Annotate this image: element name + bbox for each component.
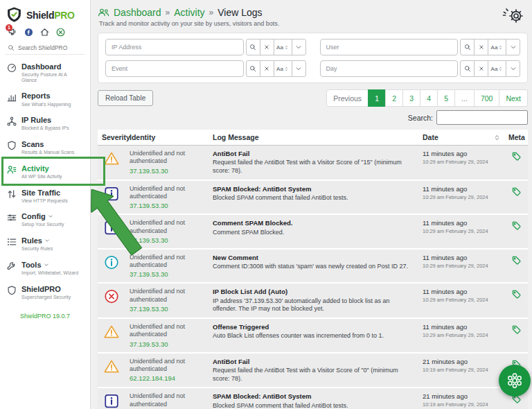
updown-icon [284,45,289,50]
sidebar-item-ip-rules[interactable]: IP Rules Blocked & Bypass IPs [0,111,90,135]
sidebar-item-shieldpro[interactable]: ShieldPRO Supercharged Security [0,280,90,304]
log-row: Unidentified and not authenticated 37.13… [98,146,528,181]
log-title: IP Block List Add (Auto) [213,288,414,295]
ip-address-link[interactable]: 37.139.53.30 [130,270,204,278]
ip-address-filter-input[interactable] [105,39,244,55]
breadcrumb-activity[interactable]: Activity [174,7,204,18]
updown-icon [498,45,503,50]
log-row: Unidentified and not authenticated 37.13… [98,284,528,319]
facebook-icon[interactable] [24,28,33,37]
tag-icon[interactable] [512,221,521,230]
search-icon [464,65,471,72]
pagination-previous[interactable]: Previous [326,89,369,107]
activity-log-table: SeverityIdentityLog MessageDateMeta Unid… [98,130,528,409]
identity-text: Unidentified and not authenticated [130,254,204,270]
tag-icon[interactable] [512,187,521,196]
filter-clear-button[interactable] [260,39,274,55]
date-absolute: 10:19 am February 29, 2024 [423,401,500,408]
filter-case-button[interactable]: Aa [488,39,506,55]
close-circle-icon[interactable] [56,28,65,37]
shieldpro-fab-button[interactable] [499,365,531,397]
log-title: Offense Triggered [213,323,414,331]
chevron-down-icon [44,262,49,268]
tag-icon[interactable] [512,290,521,299]
sidebar-item-scans[interactable]: Scans Results & Manual Scans [0,135,90,159]
ip-address-link[interactable]: 37.139.53.30 [130,167,204,175]
search-icon [464,44,471,51]
filter-case-button[interactable]: Aa [488,60,506,77]
event-filter-input[interactable] [105,60,244,77]
user-filter-input[interactable] [320,39,459,55]
column-header-log-message: Log Message [209,130,418,145]
filter-search-button[interactable] [246,39,260,55]
severity-warning-icon [104,151,119,166]
search-label: Search: [408,114,433,122]
column-header-date[interactable]: Date [418,130,504,145]
sidebar-search-input[interactable] [18,44,78,51]
filter-search-button[interactable] [246,60,260,77]
sidebar-item-sublabel: Import, Whitelabel, Wizard [21,270,78,276]
close-icon [478,65,485,72]
breadcrumb-view-logs: View Logs [218,7,262,18]
reload-table-button[interactable]: Reload Table [98,90,153,106]
pagination-page-2[interactable]: 2 [385,89,403,107]
pagination-page-4[interactable]: 4 [420,89,438,107]
tag-icon[interactable] [512,152,521,161]
severity-info-circle-icon [104,255,119,270]
tag-icon[interactable] [512,256,521,265]
settings-gear-icon[interactable] [502,6,524,25]
filter-case-button[interactable]: Aa [274,60,292,77]
filter-search-button[interactable] [460,60,475,77]
sidebar-item-activity[interactable]: Activity All WP Site Activity [0,159,90,184]
sidebar-item-label: Site Traffic [21,189,68,197]
log-row: Unidentified and not authenticated 62.12… [98,388,528,409]
filter-clear-button[interactable] [474,39,488,55]
sidebar-item-site-traffic[interactable]: Site Traffic View HTTP Requests [0,184,90,208]
filter-options-button[interactable] [506,39,520,55]
ip-address-link[interactable]: 37.139.53.30 [130,202,204,209]
shield-icon [7,141,17,150]
filter-options-button[interactable] [506,60,520,77]
chevron-down-icon [295,44,302,51]
megaphone-icon[interactable]: 1 [8,28,17,37]
tag-icon[interactable] [512,325,521,334]
sidebar-item-tools[interactable]: Tools Import, Whitelabel, Wizard [0,256,90,280]
ip-address-link[interactable]: 37.139.53.30 [130,236,204,244]
pagination-page-5[interactable]: 5 [437,89,455,107]
pagination-page-3[interactable]: 3 [402,89,420,107]
logo[interactable]: ShieldPRO [0,4,90,25]
pagination-page-700[interactable]: 700 [474,89,500,107]
filter-options-button[interactable] [292,60,306,77]
filter-clear-button[interactable] [474,60,488,77]
ip-address-link[interactable]: 37.139.53.30 [130,305,204,313]
pagination-next[interactable]: Next [499,89,528,107]
sidebar-item-config[interactable]: Config Setup Your Security [0,207,90,232]
sidebar-item-rules[interactable]: Rules Security Rules [0,232,90,256]
sidebar-search[interactable] [6,42,85,55]
date-relative: 11 minutes ago [423,288,500,295]
filter-clear-button[interactable] [260,60,274,77]
pagination-page-ellipsis[interactable]: ... [454,89,475,107]
log-message: Comment ID:3008 with status 'spam' was n… [213,263,414,271]
breadcrumb-dashboard[interactable]: Dashboard [114,7,161,18]
ip-address-link[interactable]: 37.139.53.30 [130,340,204,348]
sidebar-item-reports[interactable]: Reports See What's Happening [0,87,90,111]
rules-icon [7,237,17,247]
ip-address-link[interactable]: 62.122.184.194 [130,374,204,382]
filter-search-button[interactable] [460,39,475,55]
log-message: Blocked SPAM comment that failed AntiBot… [213,402,414,409]
close-icon [263,65,270,72]
sidebar-item-sublabel: View HTTP Requests [21,198,68,204]
filter-options-button[interactable] [292,39,306,55]
home-icon[interactable] [40,28,49,37]
table-search: Search: [98,110,528,125]
identity-text: Unidentified and not authenticated [130,392,204,408]
pagination-page-1[interactable]: 1 [368,89,386,107]
table-search-input[interactable] [436,110,528,125]
sidebar-item-sublabel: Security Posture At A Glance [21,72,83,82]
sort-icon[interactable] [494,134,500,141]
day-filter-input[interactable] [320,60,459,77]
sidebar-item-dashboard[interactable]: Dashboard Security Posture At A Glance [0,58,90,87]
date-absolute: 10:19 am February 29, 2024 [423,367,500,373]
filter-case-button[interactable]: Aa [274,39,292,55]
